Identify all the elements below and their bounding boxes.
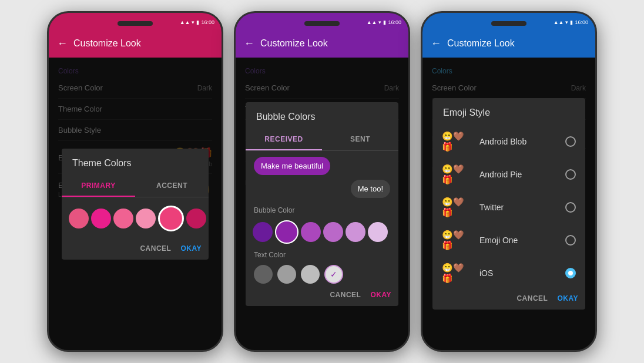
emoji-4-icons: 😁🤎🎁	[442, 263, 474, 284]
signal-icon-3: ▲▲	[554, 19, 564, 25]
bubble-color-circles	[246, 216, 398, 248]
bc-3[interactable]	[301, 222, 321, 242]
bubble-colors-dialog: Bubble Colors RECEIVED SENT Make me beau…	[246, 102, 398, 306]
emoji-list-item-0[interactable]: 😁🤎🎁 Android Blob	[432, 125, 585, 158]
cancel-button-2[interactable]: CANCEL	[330, 291, 361, 299]
status-icons-1: ▲▲ ▾ ▮ 16:00	[180, 19, 214, 25]
tab-sent[interactable]: SENT	[322, 129, 398, 150]
status-icons-2: ▲▲ ▾ ▮ 16:00	[367, 19, 401, 25]
dialog-overlay-1: Theme Colors PRIMARY ACCENT CANCEL OKA	[49, 58, 222, 350]
tc-med[interactable]	[277, 265, 296, 284]
color-6[interactable]	[186, 209, 206, 228]
bc-1[interactable]	[253, 222, 273, 242]
emoji-2-icons: 😁🤎🎁	[442, 197, 474, 218]
emoji-style-dialog: Emoji Style 😁🤎🎁 Android Blob 😁🤎🎁 Android…	[432, 98, 585, 310]
bubble-color-label: Bubble Color	[246, 204, 398, 216]
dialog-title-1: Theme Colors	[62, 149, 209, 176]
wifi-icon-2: ▾	[378, 19, 381, 25]
tab-accent[interactable]: ACCENT	[135, 176, 209, 197]
color-circles-1	[62, 197, 209, 240]
signal-icon: ▲▲	[180, 19, 190, 25]
bubble-sent: Me too!	[351, 180, 390, 198]
phone-1: ▲▲ ▾ ▮ 16:00 ← Customize Look Colors Scr…	[47, 11, 223, 352]
color-4[interactable]	[136, 209, 156, 228]
dialog-actions-2: CANCEL OKAY	[246, 286, 398, 306]
okay-button-3[interactable]: OKAY	[557, 294, 578, 302]
theme-colors-dialog: Theme Colors PRIMARY ACCENT CANCEL OKA	[62, 149, 209, 260]
signal-icon-2: ▲▲	[367, 19, 377, 25]
dialog-actions-3: CANCEL OKAY	[432, 290, 585, 310]
status-bar-1: ▲▲ ▾ ▮ 16:00	[49, 13, 222, 29]
bc-5[interactable]	[346, 222, 365, 242]
okay-button-1[interactable]: OKAY	[180, 244, 202, 253]
status-icons-3: ▲▲ ▾ ▮ 16:00	[554, 19, 588, 25]
back-button-3[interactable]: ←	[431, 38, 441, 50]
wifi-icon-3: ▾	[565, 19, 568, 25]
status-bar-2: ▲▲ ▾ ▮ 16:00	[236, 13, 408, 29]
cancel-button-3[interactable]: CANCEL	[516, 294, 548, 302]
bc-2[interactable]	[275, 220, 298, 244]
dialog-title-3: Emoji Style	[432, 98, 585, 125]
wifi-icon: ▾	[192, 19, 194, 25]
tab-primary[interactable]: PRIMARY	[62, 176, 135, 197]
color-5[interactable]	[158, 206, 184, 231]
tab-received[interactable]: RECEIVED	[246, 129, 322, 150]
page-title-2: Customize Look	[260, 38, 328, 49]
color-1[interactable]	[69, 209, 89, 228]
text-color-label: Text Color	[246, 248, 398, 260]
bc-6[interactable]	[368, 222, 388, 242]
dialog-overlay-3: Emoji Style 😁🤎🎁 Android Blob 😁🤎🎁 Android…	[422, 58, 595, 350]
status-bar-3: ▲▲ ▾ ▮ 16:00	[422, 13, 595, 29]
time-display-2: 16:00	[388, 19, 401, 25]
dialog-title-2: Bubble Colors	[246, 102, 398, 129]
color-3[interactable]	[113, 209, 133, 228]
page-title-3: Customize Look	[447, 38, 515, 49]
radio-4[interactable]	[565, 268, 576, 278]
back-button-2[interactable]: ←	[244, 38, 254, 50]
color-2[interactable]	[91, 209, 111, 228]
text-color-row: ✓	[246, 260, 398, 286]
dialog-overlay-2: Bubble Colors RECEIVED SENT Make me beau…	[236, 58, 408, 350]
cancel-button-1[interactable]: CANCEL	[140, 244, 171, 253]
emoji-1-icons: 😁🤎🎁	[442, 164, 474, 185]
tabs-row-1: PRIMARY ACCENT	[62, 176, 209, 197]
emoji-4-label: iOS	[479, 268, 559, 278]
emoji-0-label: Android Blob	[479, 137, 559, 146]
emoji-3-icons: 😁🤎🎁	[442, 230, 474, 251]
top-bar-1: ← Customize Look	[49, 29, 222, 58]
tc-white[interactable]: ✓	[324, 265, 343, 284]
emoji-2-label: Twitter	[479, 203, 559, 212]
top-bar-2: ← Customize Look	[236, 29, 408, 58]
top-bar-3: ← Customize Look	[422, 29, 595, 58]
radio-0[interactable]	[565, 136, 576, 147]
time-display-3: 16:00	[575, 19, 588, 25]
dialog-actions-1: CANCEL OKAY	[62, 240, 209, 260]
phone-content-3: Colors Screen Color Dark Bubble Style Em…	[422, 58, 595, 350]
emoji-3-label: Emoji One	[479, 236, 559, 245]
radio-3[interactable]	[565, 235, 576, 246]
phone-2: ▲▲ ▾ ▮ 16:00 ← Customize Look Colors Scr…	[234, 11, 410, 352]
radio-1[interactable]	[565, 169, 576, 180]
tabs-row-2: RECEIVED SENT	[246, 129, 398, 151]
bubble-received: Make me beautiful	[254, 157, 330, 175]
phone-3: ▲▲ ▾ ▮ 16:00 ← Customize Look Colors Scr…	[421, 11, 597, 352]
time-display-1: 16:00	[201, 19, 214, 25]
phone-content-2: Colors Screen Color Dark Theme Color Bub…	[236, 58, 408, 350]
emoji-list-item-1[interactable]: 😁🤎🎁 Android Pie	[432, 158, 585, 191]
page-title-1: Customize Look	[73, 38, 141, 49]
emoji-list-item-3[interactable]: 😁🤎🎁 Emoji One	[432, 224, 585, 257]
bc-4[interactable]	[323, 222, 343, 242]
bubble-preview: Make me beautiful Me too!	[246, 151, 398, 204]
battery-icon-2: ▮	[383, 19, 386, 25]
emoji-list-item-4[interactable]: 😁🤎🎁 iOS	[432, 257, 585, 290]
battery-icon: ▮	[196, 19, 199, 25]
emoji-1-label: Android Pie	[479, 170, 559, 179]
tc-light[interactable]	[301, 265, 320, 284]
okay-button-2[interactable]: OKAY	[370, 291, 391, 299]
emoji-list-item-2[interactable]: 😁🤎🎁 Twitter	[432, 191, 585, 224]
battery-icon-3: ▮	[570, 19, 573, 25]
tc-dark[interactable]	[254, 265, 273, 284]
emoji-0-icons: 😁🤎🎁	[442, 131, 474, 152]
radio-2[interactable]	[565, 202, 576, 213]
back-button-1[interactable]: ←	[57, 38, 68, 50]
